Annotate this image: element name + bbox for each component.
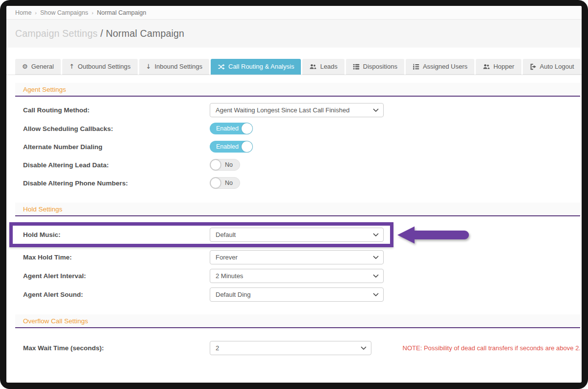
tab-label: Hopper bbox=[493, 63, 514, 70]
disable-altering-lead-data-label: Disable Altering Lead Data: bbox=[23, 161, 210, 169]
max-wait-time-note: NOTE: Possibility of dead call transfers… bbox=[403, 344, 581, 352]
page-title-prefix: Campaign Settings bbox=[15, 28, 100, 39]
tab-label: General bbox=[31, 63, 54, 70]
chevron-down-icon bbox=[361, 346, 367, 350]
toggle-state-label: No bbox=[225, 180, 233, 186]
toggle-knob bbox=[242, 141, 252, 152]
overflow-settings-rows: Max Wait Time (seconds): 2 NOTE: Possibi… bbox=[15, 328, 581, 355]
page-title-current: / Normal Campaign bbox=[100, 28, 184, 39]
field-call-routing-method: Call Routing Method: Agent Waiting Longe… bbox=[23, 103, 581, 117]
list-ol-icon bbox=[413, 63, 419, 70]
annotation-arrow bbox=[396, 224, 471, 246]
toggle-knob bbox=[210, 159, 221, 170]
max-hold-time-select[interactable]: Forever bbox=[210, 250, 384, 264]
call-routing-method-label: Call Routing Method: bbox=[23, 106, 210, 114]
title-band: Campaign Settings / Normal Campaign bbox=[6, 20, 582, 48]
toggle-state-label: Enabled bbox=[216, 143, 239, 150]
select-value: Default Ding bbox=[216, 291, 251, 298]
field-agent-alert-sound: Agent Alert Sound: Default Ding bbox=[23, 287, 581, 302]
field-disable-altering-lead-data: Disable Altering Lead Data: No bbox=[23, 158, 581, 172]
max-wait-time-label: Max Wait Time (seconds): bbox=[23, 344, 210, 352]
app-window: Home › Show Campaigns › Normal Campaign … bbox=[6, 6, 582, 383]
max-wait-time-select[interactable]: 2 bbox=[210, 341, 371, 355]
tab-label: Leads bbox=[320, 63, 337, 70]
tab-bar: ⚙ General ↑ Outbound Settings ↓ Inbound … bbox=[15, 59, 582, 75]
field-disable-altering-phone-numbers: Disable Altering Phone Numbers: No bbox=[23, 176, 581, 190]
tab-call-routing-analysis[interactable]: Call Routing & Analysis bbox=[211, 59, 301, 75]
section-title: Overflow Call Settings bbox=[23, 317, 88, 325]
toggle-state-label: Enabled bbox=[216, 125, 239, 132]
tab-hopper[interactable]: Hopper bbox=[476, 59, 521, 75]
call-routing-method-select[interactable]: Agent Waiting Longest Since Last Call Fi… bbox=[210, 103, 384, 117]
toggle-knob bbox=[210, 178, 221, 188]
select-value: Forever bbox=[216, 254, 238, 261]
disable-altering-phone-numbers-label: Disable Altering Phone Numbers: bbox=[23, 180, 210, 187]
page-title: Campaign Settings / Normal Campaign bbox=[15, 28, 184, 39]
select-value: Default bbox=[216, 231, 236, 238]
section-title: Hold Settings bbox=[23, 206, 62, 213]
agent-alert-interval-label: Agent Alert Interval: bbox=[23, 272, 210, 280]
section-header-hold-settings: Hold Settings bbox=[15, 203, 580, 216]
tab-auto-logout[interactable]: Auto Logout bbox=[523, 59, 581, 75]
select-value: 2 bbox=[216, 344, 219, 352]
alternate-number-dialing-toggle[interactable]: Enabled bbox=[210, 141, 253, 153]
toggle-knob bbox=[242, 123, 252, 134]
tab-label: Dispositions bbox=[363, 63, 397, 70]
hold-music-select[interactable]: Default bbox=[210, 228, 384, 242]
chevron-down-icon bbox=[373, 293, 379, 297]
agent-alert-sound-select[interactable]: Default Ding bbox=[210, 287, 384, 302]
field-allow-scheduling-callbacks: Allow Scheduling Callbacks: Enabled bbox=[23, 122, 581, 135]
users-icon bbox=[309, 63, 317, 70]
arrow-up-icon: ↑ bbox=[69, 63, 74, 70]
users-icon bbox=[483, 63, 490, 70]
tab-outbound-settings[interactable]: ↑ Outbound Settings bbox=[62, 59, 138, 75]
section-title: Agent Settings bbox=[23, 86, 66, 93]
alternate-number-dialing-label: Alternate Number Dialing bbox=[23, 143, 210, 151]
tab-label: Call Routing & Analysis bbox=[228, 63, 294, 70]
agent-alert-interval-select[interactable]: 2 Minutes bbox=[210, 269, 384, 283]
hold-music-label: Hold Music: bbox=[23, 231, 210, 238]
max-hold-time-label: Max Hold Time: bbox=[23, 254, 210, 261]
section-header-overflow-call-settings: Overflow Call Settings bbox=[15, 314, 580, 328]
agent-settings-rows: Call Routing Method: Agent Waiting Longe… bbox=[15, 97, 581, 190]
tab-inbound-settings[interactable]: ↓ Inbound Settings bbox=[139, 59, 209, 75]
breadcrumb: Home › Show Campaigns › Normal Campaign bbox=[6, 6, 582, 20]
field-agent-alert-interval: Agent Alert Interval: 2 Minutes bbox=[23, 269, 581, 283]
tab-label: Auto Logout bbox=[540, 63, 574, 70]
tab-panel-call-routing: Agent Settings Call Routing Method: Agen… bbox=[6, 75, 582, 372]
chevron-down-icon bbox=[373, 274, 379, 278]
toggle-state-label: No bbox=[225, 161, 233, 168]
tab-label: Inbound Settings bbox=[154, 63, 202, 70]
agent-alert-sound-label: Agent Alert Sound: bbox=[23, 291, 210, 298]
allow-scheduling-callbacks-label: Allow Scheduling Callbacks: bbox=[23, 125, 210, 132]
chevron-down-icon bbox=[373, 108, 379, 112]
section-header-agent-settings: Agent Settings bbox=[15, 83, 580, 97]
select-value: 2 Minutes bbox=[216, 272, 243, 280]
tab-label: Outbound Settings bbox=[78, 63, 131, 70]
hold-settings-rows: Hold Music: Default Max Hold Time: bbox=[15, 216, 581, 302]
disable-altering-lead-data-toggle[interactable]: No bbox=[210, 159, 240, 171]
chevron-down-icon bbox=[373, 233, 379, 237]
arrow-down-icon: ↓ bbox=[146, 63, 151, 70]
field-max-hold-time: Max Hold Time: Forever bbox=[23, 250, 581, 264]
chevron-down-icon bbox=[373, 256, 379, 259]
breadcrumb-separator: › bbox=[35, 10, 37, 16]
tab-general[interactable]: ⚙ General bbox=[15, 59, 61, 75]
tab-assigned-users[interactable]: Assigned Users bbox=[406, 59, 474, 75]
allow-scheduling-callbacks-toggle[interactable]: Enabled bbox=[210, 123, 253, 134]
gears-icon: ⚙ bbox=[22, 63, 28, 70]
list-icon bbox=[353, 63, 360, 70]
screenshot-frame: Home › Show Campaigns › Normal Campaign … bbox=[0, 0, 588, 389]
breadcrumb-current: Normal Campaign bbox=[97, 9, 147, 16]
tab-dispositions[interactable]: Dispositions bbox=[346, 59, 404, 75]
annotation-highlight: Hold Music: Default bbox=[15, 222, 581, 247]
tab-label: Assigned Users bbox=[423, 63, 467, 70]
highlight-box: Hold Music: Default bbox=[9, 222, 393, 247]
breadcrumb-show-campaigns[interactable]: Show Campaigns bbox=[40, 9, 88, 16]
breadcrumb-home[interactable]: Home bbox=[15, 9, 31, 16]
sign-out-icon bbox=[530, 63, 537, 70]
breadcrumb-separator: › bbox=[92, 10, 94, 16]
main-content: ⚙ General ↑ Outbound Settings ↓ Inbound … bbox=[6, 59, 582, 372]
disable-altering-phone-numbers-toggle[interactable]: No bbox=[210, 177, 240, 189]
tab-leads[interactable]: Leads bbox=[302, 59, 344, 75]
